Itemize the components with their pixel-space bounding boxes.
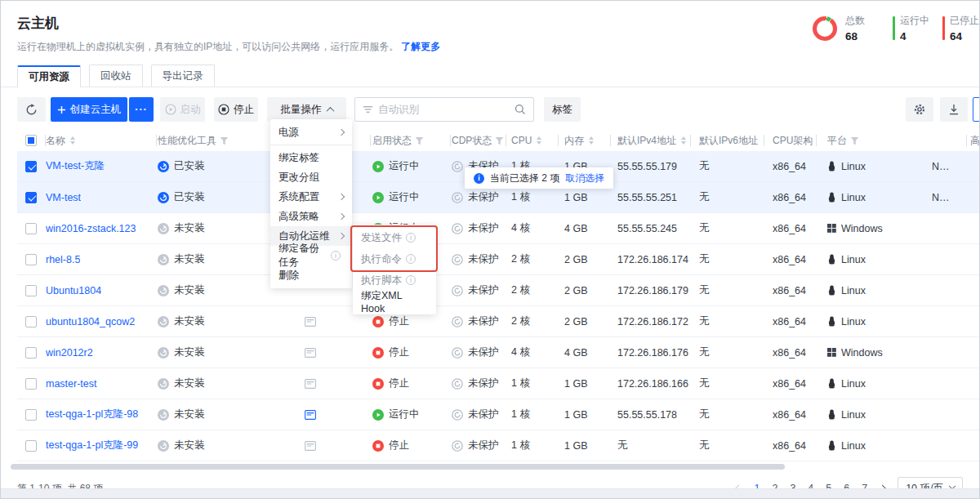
ipv4-value: 55.55.55.178 [610,409,690,421]
sort-icon[interactable] [537,136,541,145]
row-checkbox[interactable] [25,254,37,265]
row-checkbox[interactable] [25,192,37,203]
submenu-item[interactable]: 绑定XML Hook [353,291,436,312]
row-checkbox[interactable] [25,316,37,327]
cpu-arch-value: x86_64 [764,378,816,390]
console-icon[interactable] [305,317,316,327]
filter-lines-icon [363,105,373,114]
vm-state-text: 运行中 [389,190,420,204]
vm-name-link[interactable]: master-test [46,378,97,390]
ha-value: None [932,192,950,203]
vm-state-text: 停止 [389,345,409,359]
column-header: 平台 [816,130,915,151]
stop-button[interactable]: 停止 [214,97,258,122]
submenu-item-label: 绑定XML Hook [361,289,428,314]
filter-icon[interactable] [850,136,859,145]
scrollbar-thumb[interactable] [11,464,785,470]
partial-button[interactable] [973,97,980,122]
search-icon[interactable] [514,104,526,115]
submenu-item[interactable]: 执行命令i [353,248,436,270]
vm-name-link[interactable]: VM-test-克隆 [46,159,105,173]
table-row[interactable]: win2016-zstack.123 未安装 运行中 未保护 4 核 4 GB … [17,213,980,244]
table-row[interactable]: ubuntu1804_qcow2 未安装 停止 未保护 2 核 2 GB 172… [17,306,980,337]
table-row[interactable]: win2012r2 未安装 停止 未保护 4 核 4 GB 172.26.186… [17,337,980,368]
sort-icon[interactable] [589,136,594,145]
more-actions-button[interactable]: ··· [129,97,154,122]
submenu-item[interactable]: 执行脚本i [353,270,436,291]
perf-tool-icon [158,347,169,359]
vm-state-icon [372,378,384,390]
row-checkbox[interactable] [25,285,37,296]
menu-item[interactable]: 绑定备份任务i [270,246,352,265]
row-checkbox[interactable] [25,161,37,172]
menu-item[interactable]: 系统配置 [270,187,352,207]
batch-operation-button[interactable]: 批量操作 [267,97,346,122]
export-button[interactable] [940,97,968,122]
vm-name-link[interactable]: win2012r2 [46,347,93,359]
sort-icon[interactable] [681,136,686,145]
console-icon[interactable] [305,410,316,420]
console-icon[interactable] [305,441,316,451]
deselect-link[interactable]: 取消选择 [565,172,604,185]
menu-item-label: 绑定备份任务 [278,242,327,270]
menu-item[interactable]: 更改分组 [270,167,352,187]
table-row[interactable]: test-qga-1-pl克隆-99 未安装 停止 未保护 1 核 1 GB 无… [17,430,980,461]
vm-state-text: 停止 [389,314,409,328]
cpu-arch-value: x86_64 [764,223,816,234]
cpu-arch-value: x86_64 [764,254,816,265]
vm-name-link[interactable]: test-qga-1-pl克隆-98 [46,408,138,421]
tag-button[interactable]: 标签 [544,97,581,122]
column-header: CPU架构 [764,130,816,151]
table-row[interactable]: rhel-8.5 未安装 停止 未保护 2 核 2 GB 172.26.186.… [17,244,980,275]
table-row[interactable]: Ubuntu1804 未安装 停止 未保护 2 核 2 GB 172.26.18… [17,275,980,306]
vm-name-link[interactable]: Ubuntu1804 [46,285,101,296]
menu-item[interactable]: 电源 [270,123,352,142]
table-body: VM-test-克隆 已安装 运行中 未保护 1 核 1 GB 55.55.55… [17,151,979,461]
row-checkbox[interactable] [25,409,37,421]
stop-label: 停止 [234,103,254,117]
header-checkbox-cell [17,130,45,151]
column-label: 默认IPv6地址 [699,134,758,148]
menu-item[interactable]: 高级策略 [270,207,352,226]
filter-icon[interactable] [220,136,229,145]
create-vm-button[interactable]: 创建云主机 [51,97,127,122]
sort-icon[interactable] [70,136,75,145]
learn-more-link[interactable]: 了解更多 [401,41,440,52]
submenu-item[interactable]: 发送文件i [353,227,436,248]
ipv6-value: 无 [690,159,764,173]
refresh-button[interactable] [17,97,46,122]
vm-name-link[interactable]: win2016-zstack.123 [46,223,136,234]
menu-item[interactable]: 绑定标签 [270,148,352,167]
cdp-icon [452,316,463,327]
column-label: CPU架构 [773,134,813,148]
console-icon[interactable] [305,379,316,389]
ipv4-value: 172.26.186.174 [610,254,690,265]
filter-icon[interactable] [415,136,424,145]
row-checkbox[interactable] [25,440,37,452]
table-row[interactable]: test-qga-1-pl克隆-98 未安装 运行中 未保护 1 核 1 GB … [17,399,980,430]
vm-state-icon [372,409,384,421]
table-settings-button[interactable] [906,97,933,122]
row-checkbox[interactable] [25,378,37,390]
cpu-arch-value: x86_64 [764,440,816,452]
vm-name-link[interactable]: ubuntu1804_qcow2 [46,316,135,327]
column-label: 高可用 [970,134,980,148]
row-checkbox[interactable] [25,347,37,359]
vm-name-link[interactable]: test-qga-1-pl克隆-99 [46,439,138,452]
search-input[interactable]: 自动识别 [354,97,534,122]
cpu-arch-value: x86_64 [764,161,816,172]
vm-name-link[interactable]: rhel-8.5 [46,254,80,265]
console-icon[interactable] [305,348,316,358]
table-row[interactable]: master-test 未安装 停止 未保护 1 核 1 GB 172.26.1… [17,368,980,399]
memory-value: 2 GB [558,254,610,265]
filter-icon[interactable] [495,136,504,145]
vm-name-link[interactable]: VM-test [46,192,81,203]
row-checkbox[interactable] [25,223,37,234]
tab-available-resources[interactable]: 可用资源 [17,65,81,87]
tab-export-records[interactable]: 导出记录 [151,65,215,87]
tab-recycle-bin[interactable]: 回收站 [89,65,143,87]
select-all-checkbox[interactable] [25,135,37,146]
page-description-text: 运行在物理机上的虚拟机实例，具有独立的IP地址，可以访问公共网络，运行应用服务。 [17,41,399,52]
perf-tool-icon [158,440,169,452]
column-header: 名称 [45,130,156,151]
